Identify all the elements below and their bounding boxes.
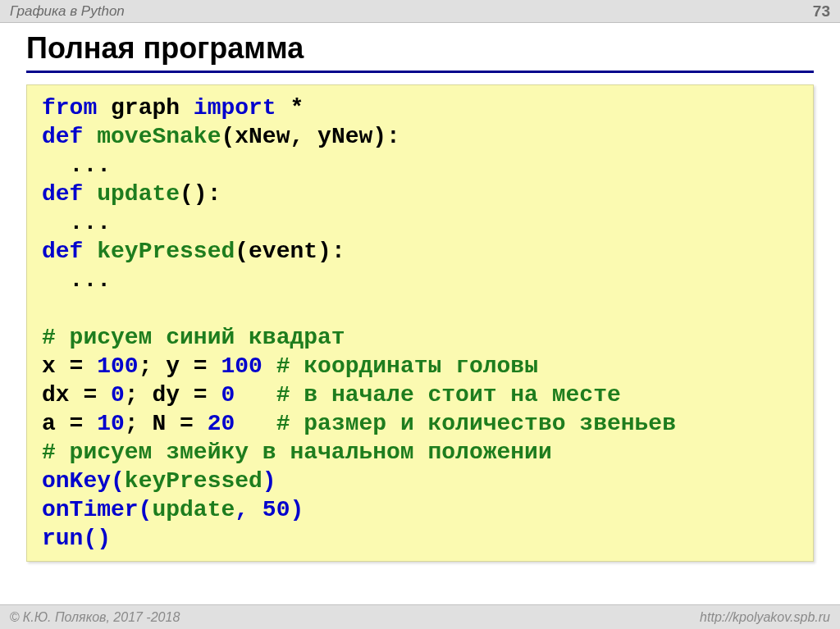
code-text: (event): [235,239,345,264]
code-fn-name: update [83,181,180,207]
code-number: 0 [221,382,235,408]
code-block: from graph import * def moveSnake(xNew, … [26,84,814,562]
code-arg: keyPressed [125,468,262,494]
code-fn-call: onTimer( [42,497,152,522]
code-text: ... [42,153,111,178]
code-number: 50 [262,497,290,522]
code-fn-name: moveSnake [83,124,221,149]
code-number: 0 [111,382,125,408]
code-text: (): [180,181,221,207]
code-text: a = [42,411,97,436]
code-comment: # рисуем змейку в начальном положении [42,440,552,465]
code-fn-call: run() [42,526,111,551]
footer-left: ©К.Ю. Поляков, 2017 -2018 [10,610,180,625]
footer-bar: ©К.Ю. Поляков, 2017 -2018 http://kpolyak… [0,604,840,629]
code-text: ; dy = [125,382,221,408]
code-text: graph [97,95,194,121]
code-fn-call: ) [262,468,276,494]
slide-title: Полная программа [26,31,814,73]
content-area: Полная программа from graph import * def… [0,23,840,604]
code-kw-def: def [42,239,83,264]
page-number: 73 [813,2,830,21]
footer-right: http://kpolyakov.spb.ru [700,610,830,625]
code-comment: # рисуем синий квадрат [42,325,345,350]
code-fn-name: keyPressed [83,239,235,264]
code-comment: # размер и количество звеньев [235,411,676,436]
code-kw-from: from [42,95,97,121]
code-text: (xNew, yNew): [221,124,399,149]
footer-author: К.Ю. Поляков, 2017 -2018 [23,610,180,624]
code-text: ... [42,210,111,235]
code-text: , [235,497,262,522]
code-text: x = [42,353,97,379]
slide: Графика в Python 73 Полная программа fro… [0,0,840,629]
code-text: ; N = [125,411,208,436]
code-text: * [276,95,304,121]
code-comment: # координаты головы [262,353,538,379]
code-kw-def: def [42,181,83,207]
code-kw-import: import [194,95,276,121]
header-bar: Графика в Python 73 [0,0,840,23]
code-fn-call: ) [290,497,304,522]
code-fn-call: onKey( [42,468,125,494]
code-text: ; y = [139,353,221,379]
code-text: dx = [42,382,111,408]
copyright-icon: © [10,610,20,624]
code-number: 10 [97,411,125,436]
code-number: 100 [221,353,262,379]
code-comment: # в начале стоит на месте [235,382,620,408]
code-arg: update [152,497,235,522]
code-text: ... [42,267,111,293]
code-number: 20 [208,411,235,436]
header-title: Графика в Python [10,3,125,20]
code-kw-def: def [42,124,83,149]
code-number: 100 [97,353,138,379]
